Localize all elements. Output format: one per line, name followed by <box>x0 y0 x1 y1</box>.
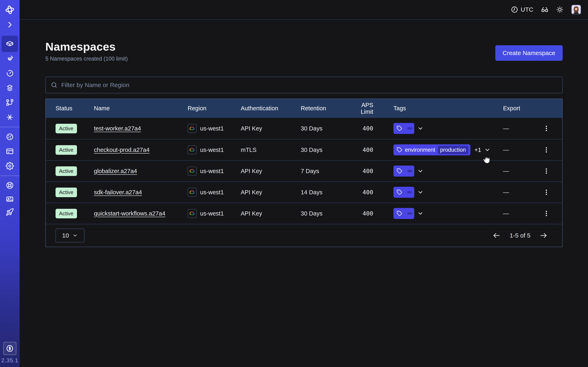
create-namespace-button[interactable]: Create Namespace <box>495 45 563 61</box>
row-menu-kebab-icon[interactable] <box>542 165 551 177</box>
gcp-region-icon <box>188 209 197 218</box>
clock-icon <box>511 6 518 13</box>
aps-limit-value: 400 <box>348 189 393 196</box>
auth-label: API Key <box>241 125 301 132</box>
tag-icon <box>397 211 402 216</box>
tag-expand-chevron-icon[interactable] <box>484 147 491 153</box>
tag-expand-chevron-icon[interactable] <box>417 189 424 196</box>
temporal-logo-icon[interactable] <box>2 2 18 18</box>
theme-sun-icon[interactable] <box>556 6 563 13</box>
namespace-link[interactable]: globalizer.a27a4 <box>94 168 137 174</box>
sidebar-item branch-icon[interactable] <box>2 94 18 111</box>
col-name: Name <box>94 105 188 112</box>
table-row: Active sdk-failover.a27a4 us-west1 API K… <box>46 182 562 203</box>
tag-chip[interactable] <box>393 166 414 176</box>
search-icon <box>51 82 58 89</box>
col-tags: Tags <box>393 105 503 112</box>
status-badge: Active <box>56 209 77 218</box>
prev-page-button arrow-left-icon[interactable] <box>493 231 501 240</box>
retention-label: 7 Days <box>301 168 348 175</box>
sidebar-item asterisk-icon[interactable] <box>2 109 18 125</box>
page-range: 1-5 of 5 <box>510 232 530 239</box>
status-badge: Active <box>56 145 77 155</box>
export-value: — <box>503 168 509 175</box>
page-subtitle: 5 Namespaces created (100 limit) <box>45 56 128 62</box>
table-body: Active test-worker.a27a4 us-west1 API Ke… <box>46 118 562 224</box>
page-size-select[interactable]: 10 <box>56 229 85 242</box>
auth-label: API Key <box>241 189 301 196</box>
main-content: Namespaces 5 Namespaces created (100 lim… <box>20 20 588 367</box>
sidebar-item clock-retry-icon[interactable] <box>2 65 18 82</box>
filter-bar <box>45 77 563 93</box>
tag-value <box>407 212 412 215</box>
tag-chip[interactable] <box>393 208 414 219</box>
next-page-button arrow-right-icon[interactable] <box>539 231 548 240</box>
row-menu-kebab-icon[interactable] <box>542 186 551 198</box>
aps-limit-value: 400 <box>348 146 393 153</box>
sidebar: 2.35.1 <box>0 0 20 367</box>
timezone-button[interactable]: UTC <box>511 6 533 13</box>
tag-expand-chevron-icon[interactable] <box>417 210 424 217</box>
namespace-link[interactable]: test-worker.a27a4 <box>94 125 141 132</box>
gcp-region-icon <box>188 167 197 175</box>
aps-limit-value: 400 <box>348 210 393 217</box>
tag-more-count: +1 <box>475 147 481 153</box>
namespace-link[interactable]: quickstart-workflows.a27a4 <box>94 210 165 217</box>
sidebar-item-namespaces cube-icon[interactable] <box>2 36 18 52</box>
tag-chip[interactable]: environment production <box>393 144 470 155</box>
app-version: 2.35.1 <box>0 357 20 364</box>
sidebar-item radar-spiral-icon[interactable] <box>2 50 18 67</box>
table-header: Status Name Region Authentication Retent… <box>46 99 562 118</box>
sidebar-item card-window-icon[interactable] <box>2 143 18 159</box>
export-value: — <box>503 125 509 132</box>
export-value: — <box>503 189 509 196</box>
sidebar-divider <box>0 175 20 176</box>
app-root: 2.35.1 UTC Namespaces 5 Namespaces creat… <box>0 0 588 367</box>
topbar: UTC <box>20 0 588 20</box>
namespace-link[interactable]: sdk-failover.a27a4 <box>94 189 142 196</box>
row-menu-kebab-icon[interactable] <box>542 207 551 220</box>
auth-label: API Key <box>241 168 301 175</box>
glasses-icon[interactable] <box>541 6 548 13</box>
page-title: Namespaces <box>45 40 128 53</box>
sidebar-expand-chevron-icon[interactable] <box>2 17 18 33</box>
col-retention: Retention <box>301 105 348 112</box>
row-menu-kebab-icon[interactable] <box>542 122 551 134</box>
col-authentication: Authentication <box>241 105 301 112</box>
aps-limit-value: 400 <box>348 125 393 132</box>
sidebar-item gauge-icon[interactable] <box>2 129 18 145</box>
tag-value <box>407 191 412 193</box>
sidebar-item gear-icon[interactable] <box>2 158 18 174</box>
table-row: Active checkout-prod.a27a4 us-west1 mTLS… <box>46 139 562 160</box>
search-input[interactable] <box>61 82 557 89</box>
col-export: Export <box>503 105 562 112</box>
gcp-region-icon <box>188 188 197 197</box>
namespace-link[interactable]: checkout-prod.a27a4 <box>94 147 149 153</box>
tag-expand-chevron-icon[interactable] <box>417 125 424 132</box>
tag-icon <box>397 189 402 195</box>
retention-label: 30 Days <box>301 125 348 132</box>
status-badge: Active <box>56 124 77 133</box>
auth-label: mTLS <box>241 147 301 153</box>
status-badge: Active <box>56 166 77 176</box>
sidebar-divider <box>0 127 20 127</box>
user-avatar[interactable] <box>571 5 581 15</box>
retention-label: 14 Days <box>301 189 348 196</box>
region-label: us-west1 <box>200 189 224 196</box>
tag-value <box>407 127 412 129</box>
tag-chip[interactable] <box>393 123 414 134</box>
tag-expand-chevron-icon[interactable] <box>417 168 424 174</box>
col-status: Status <box>56 105 94 112</box>
row-menu-kebab-icon[interactable] <box>542 144 551 156</box>
tag-chip[interactable] <box>393 187 414 198</box>
region-label: us-west1 <box>200 210 224 217</box>
dollar-badge-icon[interactable] <box>3 342 16 355</box>
tag-key: environment <box>405 147 435 153</box>
aps-limit-value: 400 <box>348 167 393 175</box>
sidebar-item layers-icon[interactable] <box>2 80 18 96</box>
region-label: us-west1 <box>200 147 224 153</box>
sidebar-item rocket-icon[interactable] <box>2 204 18 220</box>
tag-value: production <box>438 146 468 154</box>
col-aps-limit: APS Limit <box>348 102 393 115</box>
auth-label: API Key <box>241 210 301 217</box>
